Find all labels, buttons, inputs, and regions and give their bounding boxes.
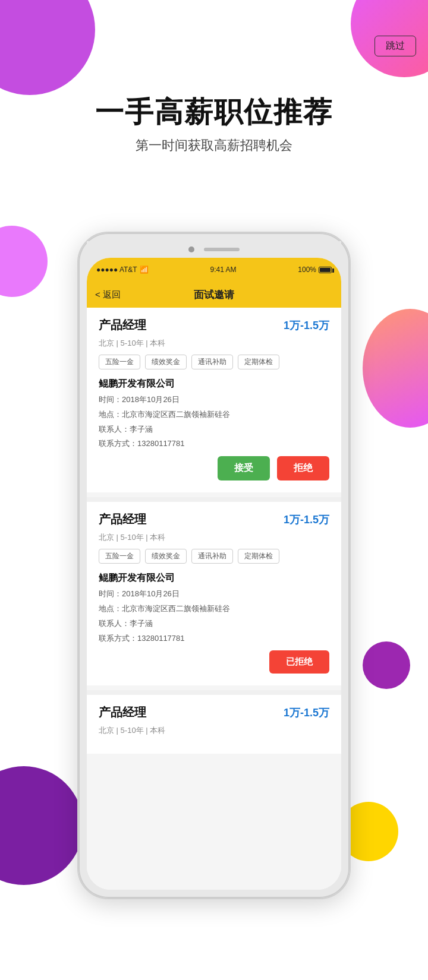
deco-blob-mid-left [0, 226, 48, 297]
nav-back-button[interactable]: < 返回 [95, 289, 121, 301]
tag-1-2: 通讯补助 [191, 355, 233, 369]
job-salary-3: 1万-1.5万 [284, 706, 329, 720]
job-tags-1: 五险一金 绩效奖金 通讯补助 定期体检 [99, 355, 329, 369]
job-card-3: 产品经理 1万-1.5万 北京 | 5-10年 | 本科 [87, 695, 341, 754]
battery-icon [319, 267, 332, 273]
job-meta-1: 北京 | 5-10年 | 本科 [99, 338, 329, 349]
hero-section: 一手高薪职位推荐 第一时间获取高薪招聘机会 [0, 95, 428, 154]
tag-1-0: 五险一金 [99, 355, 140, 369]
company-name-1: 鲲鹏开发有限公司 [99, 378, 329, 390]
wifi-icon: 📶 [140, 265, 149, 274]
company-location-2: 地点：北京市海淀区西二旗领袖新硅谷 [99, 603, 329, 615]
phone-top-detail [87, 241, 341, 258]
job-tags-2: 五险一金 绩效奖金 通讯补助 定期体检 [99, 549, 329, 564]
company-section-2: 鲲鹏开发有限公司 时间：2018年10月26日 地点：北京市海淀区西二旗领袖新硅… [99, 572, 329, 644]
tag-1-1: 绩效奖金 [145, 355, 187, 369]
deco-blob-right-mid [363, 309, 428, 428]
divider-1 [87, 497, 341, 502]
phone-content: 产品经理 1万-1.5万 北京 | 5-10年 | 本科 五险一金 绩效奖金 通… [87, 308, 341, 890]
action-row-1: 接受 拒绝 [99, 456, 329, 480]
accept-button-1[interactable]: 接受 [218, 456, 270, 480]
reject-button-1[interactable]: 拒绝 [277, 456, 329, 480]
tag-2-3: 定期体检 [238, 549, 279, 564]
job-salary-2: 1万-1.5万 [284, 513, 329, 527]
time-display: 9:41 AM [210, 265, 236, 274]
tag-2-1: 绩效奖金 [145, 549, 187, 564]
job-card-2: 产品经理 1万-1.5万 北京 | 5-10年 | 本科 五险一金 绩效奖金 通… [87, 502, 341, 685]
job-title-3: 产品经理 [99, 704, 146, 720]
phone-camera [188, 246, 194, 252]
company-time-2: 时间：2018年10月26日 [99, 588, 329, 600]
company-phone-2: 联系方式：13280117781 [99, 633, 329, 645]
phone-speaker [204, 248, 240, 251]
job-meta-2: 北京 | 5-10年 | 本科 [99, 532, 329, 543]
rejected-badge-2: 已拒绝 [269, 650, 329, 674]
phone-mockup: ●●●●● AT&T 📶 9:41 AM 100% < 返回 面试邀请 [77, 232, 351, 899]
deco-blob-right-lower [363, 641, 410, 689]
job-card-3-header: 产品经理 1万-1.5万 [99, 704, 329, 720]
carrier-text: ●●●●● AT&T [96, 265, 137, 274]
hero-title: 一手高薪职位推荐 [0, 95, 428, 129]
deco-blob-bottom-left [0, 766, 83, 885]
action-row-2: 已拒绝 [99, 650, 329, 674]
tag-2-2: 通讯补助 [191, 549, 233, 564]
deco-blob-top-left [0, 0, 95, 95]
job-card-1: 产品经理 1万-1.5万 北京 | 5-10年 | 本科 五险一金 绩效奖金 通… [87, 308, 341, 492]
company-contact-1: 联系人：李子涵 [99, 423, 329, 436]
job-title-2: 产品经理 [99, 511, 146, 527]
phone-inner-screen: ●●●●● AT&T 📶 9:41 AM 100% < 返回 面试邀请 [87, 258, 341, 890]
nav-title: 面试邀请 [194, 288, 234, 302]
job-meta-3: 北京 | 5-10年 | 本科 [99, 725, 329, 736]
tag-2-0: 五险一金 [99, 549, 140, 564]
company-contact-2: 联系人：李子涵 [99, 618, 329, 630]
job-salary-1: 1万-1.5万 [284, 318, 329, 333]
company-name-2: 鲲鹏开发有限公司 [99, 572, 329, 584]
tag-1-3: 定期体检 [238, 355, 279, 369]
job-card-2-header: 产品经理 1万-1.5万 [99, 511, 329, 527]
status-bar-right: 100% [298, 265, 332, 274]
phone-outer-shell: ●●●●● AT&T 📶 9:41 AM 100% < 返回 面试邀请 [77, 232, 351, 899]
divider-2 [87, 690, 341, 695]
job-title-1: 产品经理 [99, 317, 146, 333]
company-location-1: 地点：北京市海淀区西二旗领袖新硅谷 [99, 409, 329, 421]
skip-button[interactable]: 跳过 [374, 36, 416, 56]
hero-subtitle: 第一时间获取高薪招聘机会 [0, 137, 428, 154]
nav-bar: < 返回 面试邀请 [87, 282, 341, 308]
company-section-1: 鲲鹏开发有限公司 时间：2018年10月26日 地点：北京市海淀区西二旗领袖新硅… [99, 378, 329, 450]
company-time-1: 时间：2018年10月26日 [99, 394, 329, 406]
job-card-1-header: 产品经理 1万-1.5万 [99, 317, 329, 333]
company-phone-1: 联系方式：13280117781 [99, 438, 329, 450]
status-bar-left: ●●●●● AT&T 📶 [96, 265, 149, 274]
battery-percent: 100% [298, 265, 316, 274]
status-bar: ●●●●● AT&T 📶 9:41 AM 100% [87, 258, 341, 282]
